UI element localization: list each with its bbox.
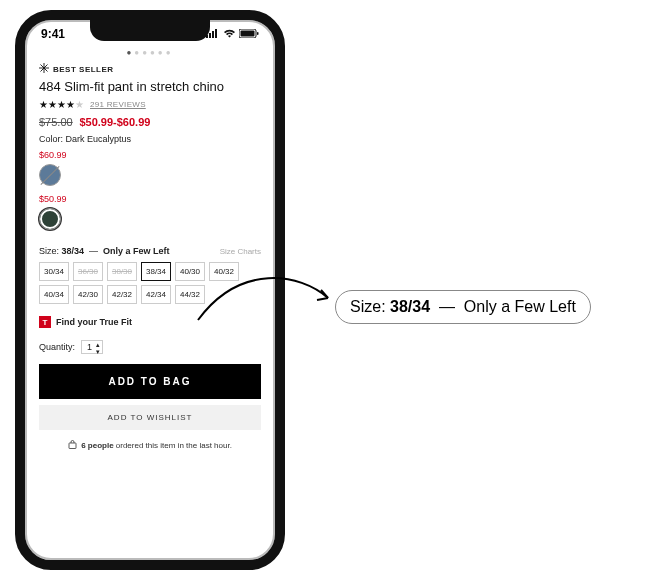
phone-frame: 9:41 ●●●●●● BEST SELLER 484 Slim-fit pan… [15, 10, 285, 570]
variant-price-1: $50.99 [39, 194, 261, 204]
true-fit-link[interactable]: T Find your True Fit [39, 316, 261, 328]
svg-rect-2 [212, 31, 214, 38]
product-title: 484 Slim-fit pant in stretch chino [39, 79, 261, 94]
original-price: $75.00 [39, 116, 73, 128]
social-text: ordered this item in the last hour. [114, 441, 232, 450]
star-rating: ★★★★★ [39, 99, 84, 110]
true-fit-label: Find your True Fit [56, 317, 132, 327]
best-seller-badge: BEST SELLER [39, 63, 261, 75]
variant-group-0: $60.99 [39, 150, 261, 188]
reviews-link[interactable]: 291 REVIEWS [90, 100, 146, 109]
social-proof: 6 people ordered this item in the last h… [39, 440, 261, 451]
color-swatch-eucalyptus[interactable] [39, 208, 61, 230]
quantity-row: Quantity: 1 ▴▾ [39, 340, 261, 354]
size-grid: 30/34 36/30 38/30 38/34 40/30 40/32 40/3… [39, 262, 261, 304]
add-to-bag-button[interactable]: ADD TO BAG [39, 364, 261, 399]
color-swatch-blue[interactable] [39, 164, 61, 186]
best-seller-text: BEST SELLER [53, 65, 114, 74]
status-indicators [206, 27, 259, 41]
social-count: 6 people [81, 441, 113, 450]
product-screen: ●●●●●● BEST SELLER 484 Slim-fit pant in … [25, 48, 275, 461]
size-option[interactable]: 30/34 [39, 262, 69, 281]
svg-rect-3 [215, 29, 217, 38]
size-option[interactable]: 42/30 [73, 285, 103, 304]
callout-label: Size: [350, 298, 386, 315]
callout-size: 38/34 [390, 298, 430, 315]
sunburst-icon [39, 63, 49, 75]
size-option[interactable]: 42/34 [141, 285, 171, 304]
quantity-select[interactable]: 1 ▴▾ [81, 340, 103, 354]
battery-icon [239, 27, 259, 41]
price-row: $75.00 $50.99-$60.99 [39, 116, 261, 128]
svg-rect-11 [69, 443, 76, 449]
phone-notch [90, 19, 210, 41]
bag-icon [68, 440, 77, 451]
svg-rect-5 [241, 31, 255, 37]
wifi-icon [223, 27, 236, 41]
quantity-label: Quantity: [39, 342, 75, 352]
size-charts-link[interactable]: Size Charts [220, 247, 261, 256]
status-time: 9:41 [41, 27, 65, 41]
rating-row[interactable]: ★★★★★ 291 REVIEWS [39, 99, 261, 110]
size-option[interactable]: 42/32 [107, 285, 137, 304]
color-label: Color: Dark Eucalyptus [39, 134, 261, 144]
sale-price: $50.99-$60.99 [79, 116, 150, 128]
size-option[interactable]: 40/32 [209, 262, 239, 281]
size-option: 36/30 [73, 262, 103, 281]
size-option[interactable]: 40/30 [175, 262, 205, 281]
select-arrows-icon: ▴▾ [96, 341, 100, 355]
size-label: Size: 38/34 — Only a Few Left [39, 246, 170, 256]
carousel-dots[interactable]: ●●●●●● [39, 48, 261, 57]
svg-rect-1 [209, 33, 211, 38]
size-option[interactable]: 40/34 [39, 285, 69, 304]
size-option[interactable]: 38/34 [141, 262, 171, 281]
svg-rect-6 [257, 32, 259, 35]
callout-msg: Only a Few Left [464, 298, 576, 315]
size-option[interactable]: 44/32 [175, 285, 205, 304]
true-fit-icon: T [39, 316, 51, 328]
variant-price-0: $60.99 [39, 150, 261, 160]
variant-group-1: $50.99 [39, 194, 261, 232]
size-header-row: Size: 38/34 — Only a Few Left Size Chart… [39, 246, 261, 256]
add-to-wishlist-button[interactable]: ADD TO WISHLIST [39, 405, 261, 430]
annotation-callout: Size: 38/34 — Only a Few Left [335, 290, 591, 324]
size-option: 38/30 [107, 262, 137, 281]
